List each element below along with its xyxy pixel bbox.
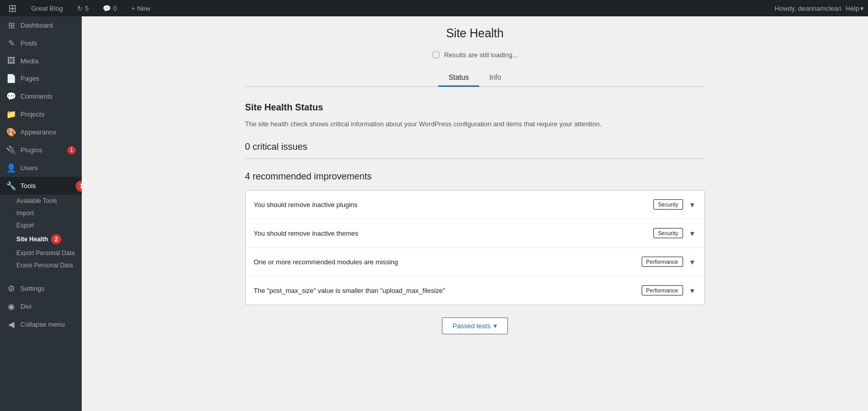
critical-issues-count: 0 critical issues xyxy=(245,142,705,152)
sidebar-item-label: Users xyxy=(20,164,38,172)
passed-tests-container: Passed tests ▾ xyxy=(245,317,705,334)
submenu-label: Site Health xyxy=(16,236,48,243)
comments-item[interactable]: 💬 0 xyxy=(99,0,121,16)
wp-icon: ⊞ xyxy=(8,2,17,14)
users-icon: 👤 xyxy=(6,163,16,173)
sidebar-item-appearance[interactable]: 🎨 Appearance xyxy=(0,123,82,141)
submenu-item-import[interactable]: Import xyxy=(0,207,82,219)
chevron-down-icon[interactable]: ▾ xyxy=(688,226,696,240)
chevron-down-icon[interactable]: ▾ xyxy=(688,198,696,212)
sidebar-item-settings[interactable]: ⚙ Settings xyxy=(0,280,82,298)
plugins-icon: 🔌 xyxy=(6,145,16,155)
loading-text: Results are still loading... xyxy=(444,51,518,59)
sidebar-item-plugins[interactable]: 🔌 Plugins 1 xyxy=(0,141,82,159)
issue-tag-security: Security xyxy=(653,228,683,238)
updates-count: 5 xyxy=(85,5,88,12)
sidebar-item-label: Appearance xyxy=(20,128,56,136)
updates-item[interactable]: ↻ 5 xyxy=(73,0,92,16)
issue-label: You should remove inactive plugins xyxy=(254,201,653,209)
sidebar-item-label: Media xyxy=(20,57,38,65)
tools-step-badge: 1 xyxy=(76,180,82,192)
submenu-label: Export Personal Data xyxy=(16,249,75,257)
sidebar-item-divi[interactable]: ◉ Divi xyxy=(0,298,82,315)
issue-item[interactable]: You should remove inactive plugins Secur… xyxy=(246,191,705,219)
tools-icon: 🔧 xyxy=(6,181,16,191)
sidebar-item-media[interactable]: 🖼 Media xyxy=(0,52,82,70)
new-item[interactable]: + New xyxy=(127,0,155,16)
site-name: Great Blog xyxy=(31,5,63,12)
main-layout: ⊞ Dashboard ✎ Posts 🖼 Media 📄 Pages 💬 Co… xyxy=(0,16,868,411)
issue-list: You should remove inactive plugins Secur… xyxy=(245,190,705,305)
loading-indicator: Results are still loading... xyxy=(245,51,705,59)
projects-icon: 📁 xyxy=(6,109,16,119)
issue-tag-security: Security xyxy=(653,199,683,210)
issue-item[interactable]: You should remove inactive themes Securi… xyxy=(246,219,705,248)
admin-bar: ⊞ Great Blog ↻ 5 💬 0 + New Howdy, deanna… xyxy=(0,0,868,16)
sidebar-item-label: Comments xyxy=(20,93,53,100)
sidebar-item-label: Posts xyxy=(20,39,37,47)
submenu-label: Import xyxy=(16,210,34,217)
submenu-label: Export xyxy=(16,222,34,229)
sidebar-item-label: Collapse menu xyxy=(20,321,65,328)
submenu-item-site-health[interactable]: Site Health 2 xyxy=(0,232,82,247)
sidebar-item-tools[interactable]: 🔧 Tools 1 xyxy=(0,177,82,195)
submenu-item-available-tools[interactable]: Available Tools xyxy=(0,195,82,207)
sidebar-item-label: Plugins xyxy=(20,146,42,154)
issue-tag-performance: Performance xyxy=(642,257,683,267)
section-title: Site Health Status xyxy=(245,102,705,113)
submenu-label: Erase Personal Data xyxy=(16,262,73,269)
settings-icon: ⚙ xyxy=(6,284,16,293)
wp-logo-item[interactable]: ⊞ xyxy=(4,0,21,16)
sidebar: ⊞ Dashboard ✎ Posts 🖼 Media 📄 Pages 💬 Co… xyxy=(0,16,82,411)
submenu-item-export-personal-data[interactable]: Export Personal Data xyxy=(0,247,82,259)
issue-item[interactable]: The "post_max_size" value is smaller tha… xyxy=(246,277,705,305)
collapse-icon: ◀ xyxy=(6,319,16,329)
passed-tests-button[interactable]: Passed tests ▾ xyxy=(442,317,508,334)
sidebar-item-dashboard[interactable]: ⊞ Dashboard xyxy=(0,16,82,34)
sidebar-item-label: Tools xyxy=(20,182,36,190)
chevron-down-icon[interactable]: ▾ xyxy=(688,255,696,269)
status-section: Site Health Status The site health check… xyxy=(245,87,705,350)
comments-icon: 💬 xyxy=(6,92,16,101)
page-title: Site Health xyxy=(245,27,705,40)
site-health-step-badge: 2 xyxy=(51,234,61,244)
posts-icon: ✎ xyxy=(6,38,16,48)
user-greeting: Howdy, deannamclean xyxy=(775,5,841,12)
help-button[interactable]: Help ▾ xyxy=(846,5,864,12)
dashboard-icon: ⊞ xyxy=(6,20,16,30)
sidebar-item-label: Settings xyxy=(20,285,44,292)
tab-status[interactable]: Status xyxy=(438,69,479,87)
sidebar-item-collapse[interactable]: ◀ Collapse menu xyxy=(0,315,82,333)
sidebar-item-label: Pages xyxy=(20,75,39,82)
pages-icon: 📄 xyxy=(6,74,16,83)
comments-count: 0 xyxy=(113,5,116,12)
sidebar-item-label: Dashboard xyxy=(20,21,53,29)
content-area: Site Health Results are still loading...… xyxy=(82,16,868,411)
site-name-item[interactable]: Great Blog xyxy=(27,0,67,16)
sidebar-item-projects[interactable]: 📁 Projects xyxy=(0,105,82,123)
appearance-icon: 🎨 xyxy=(6,127,16,137)
submenu-item-erase-personal-data[interactable]: Erase Personal Data xyxy=(0,259,82,271)
loading-circle xyxy=(432,51,440,59)
issue-tag-performance: Performance xyxy=(642,285,683,295)
issue-label: You should remove inactive themes xyxy=(254,230,653,237)
submenu-item-export[interactable]: Export xyxy=(0,219,82,232)
adminbar-right: Howdy, deannamclean Help ▾ xyxy=(775,5,864,12)
issue-label: One or more recommended modules are miss… xyxy=(254,258,642,266)
submenu-label: Available Tools xyxy=(16,197,57,204)
sidebar-item-comments[interactable]: 💬 Comments xyxy=(0,87,82,105)
sidebar-item-label: Divi xyxy=(20,303,32,310)
sidebar-item-users[interactable]: 👤 Users xyxy=(0,159,82,177)
adminbar-left: ⊞ Great Blog ↻ 5 💬 0 + New xyxy=(4,0,775,16)
sidebar-item-posts[interactable]: ✎ Posts xyxy=(0,34,82,52)
chevron-down-icon[interactable]: ▾ xyxy=(688,284,696,298)
sidebar-item-label: Projects xyxy=(20,110,44,118)
sidebar-item-pages[interactable]: 📄 Pages xyxy=(0,70,82,87)
issue-label: The "post_max_size" value is smaller tha… xyxy=(254,287,642,294)
updates-icon: ↻ xyxy=(77,5,83,12)
help-label: Help xyxy=(846,5,859,12)
plus-icon: + xyxy=(131,5,135,12)
chevron-down-icon: ▾ xyxy=(860,5,864,12)
tab-info[interactable]: Info xyxy=(479,69,511,87)
issue-item[interactable]: One or more recommended modules are miss… xyxy=(246,248,705,277)
